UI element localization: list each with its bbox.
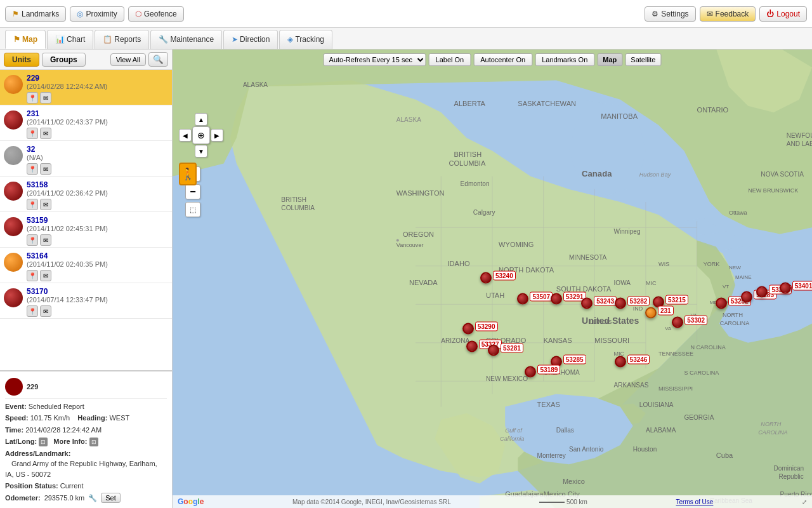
nav-left-arrow[interactable]: ◀ [179,129,192,142]
map-marker[interactable]: 53189 [525,366,536,380]
nav-down-arrow[interactable]: ▼ [195,145,207,157]
svg-text:WYOMING: WYOMING [499,241,534,248]
nav-up-arrow[interactable]: ▲ [195,113,207,126]
map-marker[interactable]: 53327 [466,341,478,354]
zoom-out-button[interactable]: − [185,184,200,199]
tab-reports-label: Reports [114,35,141,44]
info-position-row: Position Status: Current [5,481,167,491]
info-panel: 229 Event: Scheduled Report Speed: 101.7… [0,370,172,509]
svg-text:MISSOURI: MISSOURI [594,337,629,344]
map-marker[interactable]: 53252 [716,298,727,311]
map-marker[interactable]: 53290 [462,323,474,337]
unit-locate-button[interactable]: 📍 [27,305,38,317]
svg-text:ALBERTA: ALBERTA [454,100,486,107]
auto-refresh-select[interactable]: Auto-Refresh Every 15 sec Auto-Refresh E… [324,53,426,66]
unit-message-button[interactable]: ✉ [40,92,51,104]
landmarks-on-button[interactable]: Landmarks On [535,53,594,66]
tab-map[interactable]: ⚑ Map [5,30,46,49]
unit-info: 53158 (2014/11/02 02:36:42 PM) 📍 ✉ [27,180,168,210]
expand-icon[interactable]: ⤢ [802,498,807,505]
map-marker[interactable]: 53401 [780,283,791,296]
map-marker[interactable]: 53281 [488,345,499,358]
map-type-satellite-button[interactable]: Satellite [625,53,661,66]
feedback-button[interactable]: ✉ Feedback [700,6,756,22]
svg-text:IND: IND [633,305,643,312]
svg-text:COLUMBIA: COLUMBIA [449,159,485,167]
unit-message-button[interactable]: ✉ [40,163,51,175]
map-marker[interactable]: 53302 [672,317,683,330]
map-marker[interactable]: 53282 [615,298,626,311]
tab-reports[interactable]: 📋 Reports [95,30,149,49]
label-on-button[interactable]: Label On [429,53,471,66]
unit-item[interactable]: 32 (N/A) 📍 ✉ [0,141,172,177]
info-unit-name: 229 [27,383,38,391]
unit-message-button[interactable]: ✉ [40,199,51,210]
marker-label: 53215 [665,295,688,305]
unit-message-button[interactable]: ✉ [40,270,51,281]
unit-locate-button[interactable]: 📍 [27,92,38,104]
map-marker[interactable]: 53325 [756,286,768,300]
nav-right-arrow[interactable]: ▶ [211,129,223,142]
autocenter-on-button[interactable]: Autocenter On [473,53,532,66]
street-view-button[interactable]: 🚶 [179,163,197,185]
map-marker[interactable]: 53240 [480,272,492,286]
map-marker[interactable]: 53243 [581,298,593,311]
latlong-copy-icon[interactable]: ⊡ [39,438,48,446]
unit-time: (2014/11/02 02:43:37 PM) [27,118,168,126]
info-latlong-row: Lat/Long: ⊡ More Info: ⊡ [5,436,167,447]
svg-text:YORK: YORK [704,261,720,267]
search-button[interactable]: 🔍 [148,52,168,67]
view-all-button[interactable]: View All [110,53,146,66]
odometer-set-button[interactable]: Set [101,493,121,503]
svg-text:ARIZONA: ARIZONA [441,337,469,344]
tab-chart[interactable]: 📊 Chart [47,30,93,49]
unit-message-button[interactable]: ✉ [40,128,51,139]
zoom-area-button[interactable]: ⬚ [185,202,200,217]
tab-tracking-label: Tracking [295,35,324,44]
map-marker[interactable]: 231 [645,307,657,321]
nav-center-button[interactable]: ⊕ [192,126,210,144]
unit-message-button[interactable]: ✉ [40,305,51,317]
tab-tracking[interactable]: ◈ Tracking [279,30,332,49]
map-type-map-button[interactable]: Map [597,53,622,66]
settings-button[interactable]: ⚙ Settings [645,6,695,22]
unit-item[interactable]: 53159 (2014/11/02 02:45:31 PM) 📍 ✉ [0,212,172,248]
map-area[interactable]: BRITISH COLUMBIA WASHINGTON OREGON NEVAD… [173,50,812,508]
svg-text:IDAHO: IDAHO [447,260,469,267]
odometer-icon: 🔧 [88,493,97,504]
unit-locate-button[interactable]: 📍 [27,199,38,210]
unit-message-button[interactable]: ✉ [40,234,51,246]
unit-locate-button[interactable]: 📍 [27,270,38,281]
unit-item[interactable]: 53158 (2014/11/02 02:36:42 PM) 📍 ✉ [0,177,172,212]
map-marker[interactable]: 53291 [551,293,562,307]
more-info-icon[interactable]: ⊡ [89,438,98,446]
unit-item[interactable]: 53164 (2014/11/02 02:40:35 PM) 📍 ✉ [0,248,172,283]
terms-link[interactable]: Terms of Use [676,498,713,505]
logout-button[interactable]: ⏻ Logout [759,6,807,22]
unit-item[interactable]: 53170 (2014/07/14 12:33:47 PM) 📍 ✉ [0,283,172,319]
map-marker[interactable]: 53507 [517,293,528,307]
groups-tab[interactable]: Groups [42,53,86,67]
info-time-row: Time: 2014/02/28 12:24:42 AM [5,425,167,436]
geofence-button[interactable]: ⬡ Geofence [128,6,184,22]
svg-text:Canada: Canada [582,169,612,178]
units-tab[interactable]: Units [4,53,39,67]
unit-item[interactable]: 229 (2014/02/28 12:24:42 AM) 📍 ✉ [0,70,172,105]
unit-locate-button[interactable]: 📍 [27,128,38,139]
marker-dot [525,366,536,378]
landmarks-button[interactable]: ⚑ Landmarks [5,6,66,22]
unit-locate-button[interactable]: 📍 [27,234,38,246]
info-odometer-row: Odometer: 293575.0 km 🔧 Set [5,493,167,504]
unit-name: 53158 [27,180,168,189]
unit-avatar [4,182,23,201]
unit-locate-button[interactable]: 📍 [27,163,38,175]
tab-direction[interactable]: ➤ Direction [223,30,278,49]
tab-maintenance[interactable]: 🔧 Maintenance [150,30,222,49]
svg-text:COLUMBIA: COLUMBIA [281,204,315,211]
marker-label: 53246 [627,355,650,364]
map-marker[interactable]: 53283 [741,291,752,305]
unit-item[interactable]: 231 (2014/11/02 02:43:37 PM) 📍 ✉ [0,105,172,141]
proximity-button[interactable]: ◎ Proximity [70,6,124,22]
map-marker[interactable]: 53246 [615,356,626,370]
svg-text:Dallas: Dallas [556,427,574,434]
